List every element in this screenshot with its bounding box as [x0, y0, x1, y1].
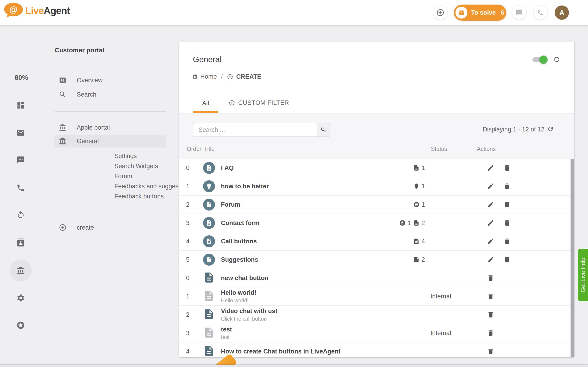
edit-icon[interactable]	[487, 183, 494, 190]
table-row[interactable]: 3 test test Internal	[179, 324, 571, 342]
to-solve-button[interactable]: To solve 6	[454, 5, 506, 21]
table-row[interactable]: 4 How to create Chat buttons in LiveAgen…	[179, 342, 571, 357]
table-row[interactable]: 3 Contact form 1 2	[179, 214, 571, 232]
status-label: Internal	[431, 330, 483, 337]
delete-icon[interactable]	[503, 238, 511, 245]
row-title[interactable]: Suggestions	[221, 256, 387, 263]
suggestion-count-icon	[413, 183, 420, 190]
row-title[interactable]: FAQ	[221, 165, 387, 172]
row-order: 2	[179, 201, 200, 208]
row-title[interactable]: How to create Chat buttons in LiveAgent	[221, 348, 387, 355]
rail-settings-item[interactable]	[16, 294, 25, 302]
edit-icon[interactable]	[487, 238, 494, 245]
nav-item-apple-portal[interactable]: Apple portal	[54, 121, 166, 134]
delete-icon[interactable]	[487, 348, 494, 355]
published-document-icon	[203, 307, 219, 322]
rail-contacts-item[interactable]	[16, 239, 25, 247]
row-subtitle: Hello world!	[221, 298, 387, 304]
nav-sub-forum[interactable]: Forum	[114, 173, 132, 180]
row-order: 3	[179, 219, 200, 227]
rail-tickets-item[interactable]	[16, 128, 25, 137]
row-title[interactable]: test	[221, 326, 387, 333]
rail-dashboard-item[interactable]	[16, 101, 25, 110]
row-title[interactable]: new chat button	[221, 275, 387, 282]
row-title[interactable]: Call buttons	[221, 238, 387, 245]
nav-sub-feedback-buttons[interactable]: Feedback buttons	[114, 193, 164, 200]
nav-sub-settings[interactable]: Settings	[114, 152, 137, 160]
rail-calls-item[interactable]	[16, 184, 25, 192]
row-title[interactable]: Video chat with us!	[221, 308, 387, 315]
tab-custom-filter[interactable]: CUSTOM FILTER	[229, 99, 289, 106]
nav-sub-search-widgets[interactable]: Search Widgets	[114, 163, 158, 170]
calls-button[interactable]	[533, 6, 548, 20]
table-row[interactable]: 5 Suggestions 2	[179, 251, 571, 269]
edit-icon[interactable]	[487, 256, 494, 263]
nav-item-create[interactable]: create	[54, 221, 166, 234]
breadcrumb-home[interactable]: Home	[200, 73, 217, 80]
row-title[interactable]: Forum	[221, 201, 387, 208]
document-icon	[206, 257, 212, 263]
row-title[interactable]: Contact form	[221, 219, 387, 227]
liveagent-logo[interactable]: LiveAgent	[4, 2, 70, 19]
table-row[interactable]: 4 Call buttons 4	[179, 232, 571, 251]
bank-icon	[59, 137, 67, 145]
row-order: 5	[179, 256, 200, 263]
portal-enabled-toggle[interactable]	[532, 57, 547, 62]
delete-icon[interactable]	[487, 311, 494, 318]
nav-item-search[interactable]: Search	[54, 88, 166, 101]
search-icon	[59, 91, 67, 98]
delete-icon[interactable]	[503, 201, 511, 208]
tab-all[interactable]: All	[193, 100, 218, 107]
refresh-icon[interactable]	[547, 125, 554, 132]
article-count-icon	[413, 220, 420, 226]
rail-starred-item[interactable]	[16, 321, 25, 330]
bottom-bar-edge	[0, 365, 588, 367]
nav-item-overview[interactable]: Overview	[54, 74, 166, 87]
count-value: 2	[422, 256, 425, 263]
delete-icon[interactable]	[503, 219, 511, 227]
refresh-icon[interactable]	[553, 56, 561, 63]
edit-icon[interactable]	[487, 201, 494, 208]
user-avatar[interactable]: A	[555, 6, 569, 20]
table-row[interactable]: 0 new chat button	[179, 269, 571, 287]
rail-chats-item[interactable]	[16, 156, 25, 165]
document-icon	[206, 165, 212, 171]
rail-customer-portal-item[interactable]	[16, 266, 25, 275]
table-row[interactable]: 0 FAQ 1	[179, 159, 571, 177]
table-row[interactable]: 1 Hello world! Hello world! Internal	[179, 287, 571, 306]
article-count-icon	[413, 257, 420, 263]
get-live-help-tab[interactable]: Get Live Help	[578, 249, 588, 301]
row-title[interactable]: Hello world!	[221, 289, 387, 296]
delete-icon[interactable]	[503, 164, 511, 172]
breadcrumb-create[interactable]: CREATE	[236, 73, 261, 80]
table-row[interactable]: 2 Video chat with us! Click the call but…	[179, 306, 571, 324]
table-row[interactable]: 2 Forum 1	[179, 196, 571, 214]
table-scrollbar[interactable]	[571, 159, 574, 357]
delete-icon[interactable]	[487, 274, 494, 282]
row-order: 4	[179, 238, 200, 245]
search-input[interactable]	[193, 123, 317, 136]
home-bank-icon	[192, 74, 198, 80]
table-row[interactable]: 1 how to be better 1	[179, 177, 571, 196]
chats-button[interactable]	[512, 6, 526, 20]
delete-icon[interactable]	[487, 329, 494, 337]
nav-item-general[interactable]: General	[54, 135, 166, 148]
edit-icon[interactable]	[487, 219, 494, 227]
add-new-button[interactable]	[433, 6, 447, 20]
document-icon	[203, 326, 215, 340]
delete-icon[interactable]	[503, 183, 511, 190]
table-body: 0 FAQ 1 1 how to be better 1	[179, 159, 571, 357]
gear-icon	[16, 294, 25, 302]
document-icon	[203, 271, 215, 284]
search-button[interactable]	[317, 123, 330, 136]
edit-icon[interactable]	[487, 164, 494, 172]
toggle-knob	[539, 56, 548, 64]
delete-icon[interactable]	[503, 256, 511, 263]
row-title[interactable]: how to be better	[221, 183, 387, 190]
bank-icon	[59, 124, 67, 131]
status-label: Internal	[431, 293, 483, 300]
zoom-level-indicator: 80%	[0, 74, 43, 81]
delete-icon[interactable]	[487, 293, 494, 300]
top-header-bar: LiveAgent To solve 6 A	[0, 0, 588, 25]
rail-automation-item[interactable]	[16, 211, 25, 219]
